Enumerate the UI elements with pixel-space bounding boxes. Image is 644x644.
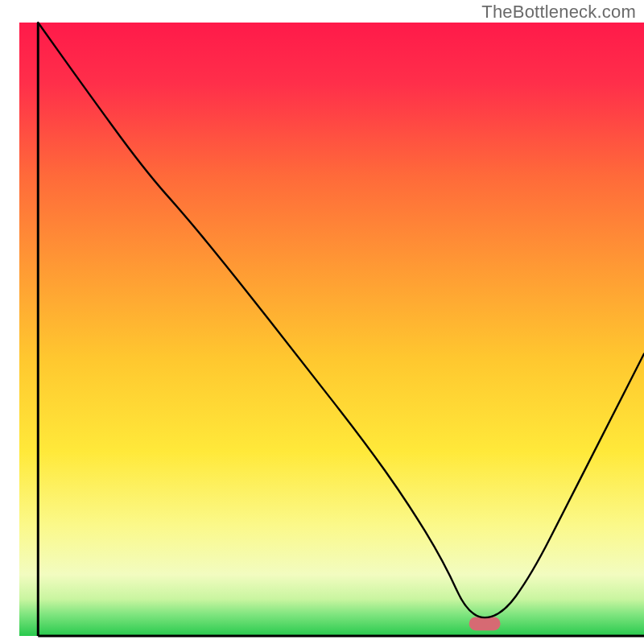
watermark-label: TheBottleneck.com xyxy=(481,2,636,23)
chart-container: TheBottleneck.com xyxy=(0,0,644,644)
bottleneck-chart xyxy=(0,0,644,644)
plot-background xyxy=(19,23,644,636)
minimum-marker xyxy=(469,617,501,630)
